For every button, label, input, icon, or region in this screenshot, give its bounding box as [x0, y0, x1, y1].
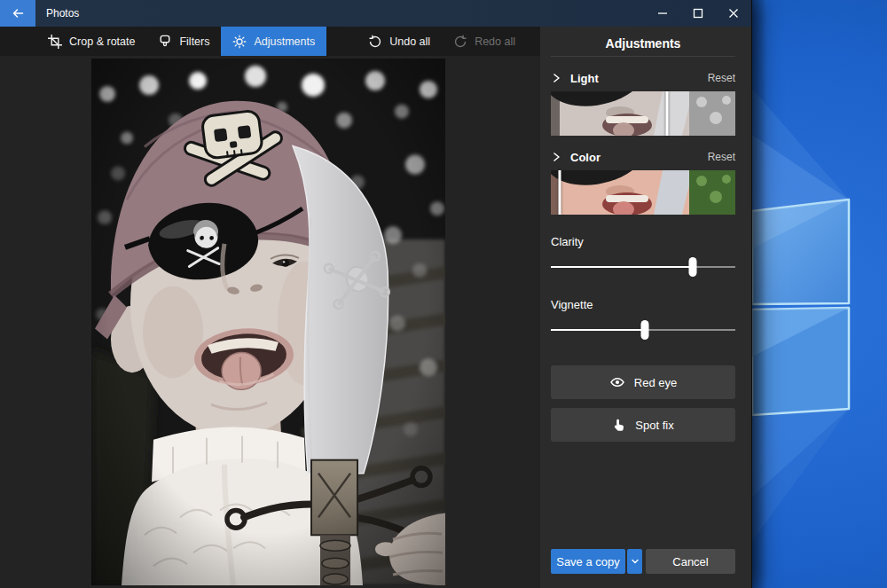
clarity-slider-track[interactable] — [551, 266, 735, 268]
color-label: Color — [570, 151, 600, 164]
screen: Photos — [0, 0, 887, 588]
pointing-hand-icon — [612, 418, 626, 432]
tab-adjustments[interactable]: Adjustments — [221, 27, 326, 56]
tab-filters[interactable]: Filters — [146, 27, 221, 56]
back-arrow-icon — [11, 6, 25, 20]
light-section-header[interactable]: Light Reset — [551, 70, 735, 86]
adjustments-label: Adjustments — [254, 35, 315, 48]
light-preview-image — [551, 91, 735, 136]
redo-all-button[interactable]: Redo all — [442, 27, 527, 56]
filters-icon — [158, 35, 172, 49]
filters-label: Filters — [179, 35, 209, 48]
vignette-slider-thumb[interactable] — [641, 320, 649, 340]
app-title: Photos — [46, 7, 79, 20]
editor-toolbar: Crop & rotate Filters — [0, 27, 540, 56]
window-controls — [645, 0, 751, 27]
clarity-slider-fill — [551, 266, 693, 268]
light-value-indicator[interactable] — [666, 91, 669, 136]
chevron-down-icon — [631, 557, 640, 566]
maximize-button[interactable] — [680, 0, 716, 27]
photo-canvas — [0, 56, 540, 588]
undo-all-label: Undo all — [389, 35, 430, 48]
light-preview-slider[interactable] — [551, 91, 735, 136]
red-eye-button[interactable]: Red eye — [551, 365, 735, 399]
back-button[interactable] — [0, 0, 35, 27]
close-icon — [728, 8, 739, 19]
chevron-right-icon — [551, 152, 561, 162]
minimize-button[interactable] — [645, 0, 680, 27]
panel-footer: Save a copy Cancel — [551, 549, 735, 574]
editor-area: Crop & rotate Filters — [0, 27, 540, 588]
crop-icon — [48, 35, 62, 49]
color-preview-image — [551, 170, 735, 215]
spot-fix-label: Spot fix — [635, 419, 673, 432]
panel-title: Adjustments — [551, 27, 735, 50]
color-preview-slider[interactable] — [551, 170, 735, 215]
red-eye-label: Red eye — [634, 376, 677, 389]
redo-all-label: Redo all — [475, 35, 515, 48]
adjustments-panel: Adjustments Light Reset — [540, 27, 751, 588]
chevron-right-icon — [551, 73, 561, 83]
light-reset-button[interactable]: Reset — [708, 72, 735, 84]
cancel-button[interactable]: Cancel — [646, 549, 735, 574]
save-options-dropdown[interactable] — [627, 549, 642, 574]
save-a-copy-button[interactable]: Save a copy — [551, 549, 625, 574]
color-reset-button[interactable]: Reset — [708, 151, 735, 163]
vignette-slider-fill — [551, 329, 645, 331]
color-value-indicator[interactable] — [559, 170, 561, 215]
clarity-slider[interactable] — [551, 256, 735, 278]
maximize-icon — [693, 8, 703, 19]
spot-fix-button[interactable]: Spot fix — [551, 408, 735, 442]
panel-divider — [551, 56, 735, 57]
window-body: Crop & rotate Filters — [0, 27, 751, 588]
close-button[interactable] — [716, 0, 751, 27]
undo-icon — [368, 35, 382, 49]
adjustments-sun-icon — [232, 35, 247, 49]
vignette-label: Vignette — [551, 298, 735, 311]
undo-all-button[interactable]: Undo all — [357, 27, 442, 56]
clarity-label: Clarity — [551, 235, 735, 248]
edited-photo — [91, 59, 445, 585]
clarity-slider-thumb[interactable] — [689, 257, 697, 277]
redo-icon — [453, 35, 467, 49]
minimize-icon — [657, 8, 668, 19]
crop-rotate-label: Crop & rotate — [69, 35, 135, 48]
titlebar: Photos — [0, 0, 751, 27]
color-section-header[interactable]: Color Reset — [551, 149, 735, 165]
photos-window: Photos — [0, 0, 752, 588]
light-label: Light — [570, 72, 599, 85]
vignette-slider[interactable] — [551, 319, 735, 341]
eye-icon — [609, 375, 625, 389]
tab-crop-rotate[interactable]: Crop & rotate — [36, 27, 146, 56]
